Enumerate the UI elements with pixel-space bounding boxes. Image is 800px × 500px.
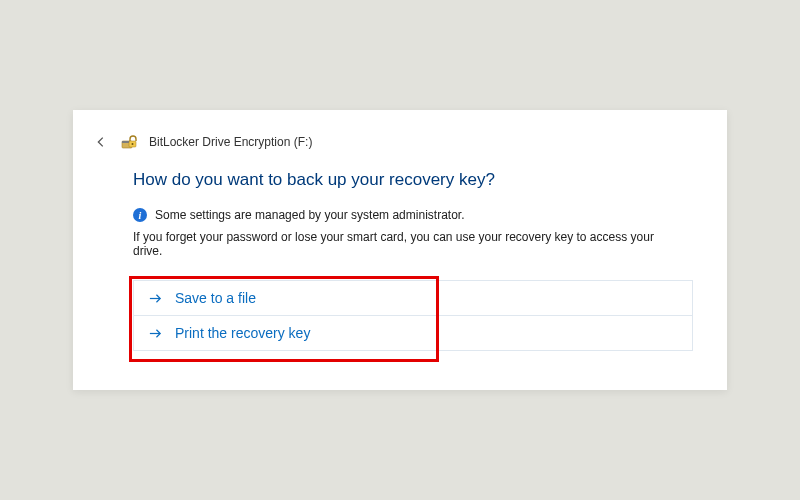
content-area: How do you want to back up your recovery… xyxy=(73,150,727,351)
info-icon: i xyxy=(133,208,147,222)
save-to-file-option[interactable]: Save to a file xyxy=(133,280,693,316)
arrow-right-icon xyxy=(148,291,163,306)
window-title: BitLocker Drive Encryption (F:) xyxy=(149,135,312,149)
print-recovery-key-option[interactable]: Print the recovery key xyxy=(133,316,693,351)
svg-point-3 xyxy=(132,143,134,145)
admin-notice-text: Some settings are managed by your system… xyxy=(155,208,464,222)
arrow-left-icon xyxy=(94,135,108,149)
forget-help-text: If you forget your password or lose your… xyxy=(133,230,667,258)
arrow-right-icon xyxy=(148,326,163,341)
option-label: Save to a file xyxy=(175,290,256,306)
titlebar: BitLocker Drive Encryption (F:) xyxy=(73,134,727,150)
bitlocker-dialog: BitLocker Drive Encryption (F:) How do y… xyxy=(73,110,727,390)
page-heading: How do you want to back up your recovery… xyxy=(133,170,667,190)
options-list: Save to a file Print the recovery key xyxy=(133,280,667,351)
option-label: Print the recovery key xyxy=(175,325,310,341)
back-button[interactable] xyxy=(93,134,109,150)
bitlocker-drive-icon xyxy=(121,134,137,150)
admin-notice-row: i Some settings are managed by your syst… xyxy=(133,208,667,222)
